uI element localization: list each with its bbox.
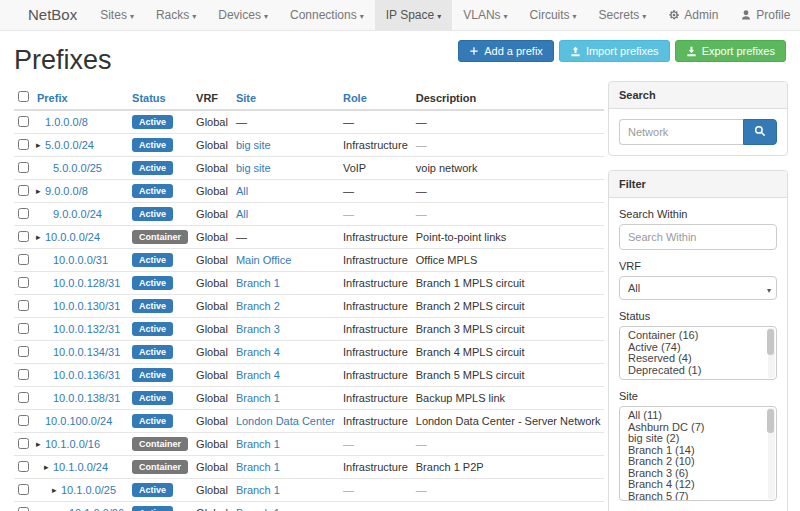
prefix-link[interactable]: 9.0.0.0/8 (45, 185, 88, 197)
prefix-link[interactable]: 10.0.100.0/24 (45, 415, 112, 427)
site-cell: Branch 1 (232, 272, 339, 295)
site-link[interactable]: Branch 4 (236, 346, 280, 358)
row-checkbox[interactable] (18, 507, 29, 511)
row-checkbox[interactable] (18, 415, 29, 426)
prefix-link[interactable]: 10.0.0.136/31 (53, 369, 120, 381)
filter-option[interactable]: Branch 4 (12) (620, 479, 776, 491)
site-link[interactable]: Branch 2 (236, 300, 280, 312)
site-link[interactable]: Branch 1 (236, 484, 280, 496)
status-filter-list[interactable]: Container (16)Active (74)Reserved (4)Dep… (619, 326, 777, 380)
site-link[interactable]: Main Office (236, 254, 291, 266)
row-checkbox[interactable] (18, 484, 29, 495)
filter-option[interactable]: Deprecated (1) (620, 365, 776, 377)
prefix-link[interactable]: 10.0.0.132/31 (53, 323, 120, 335)
site-link[interactable]: big site (236, 162, 271, 174)
site-link[interactable]: Branch 1 (236, 277, 280, 289)
prefix-link[interactable]: 9.0.0.0/24 (53, 208, 102, 220)
row-checkbox[interactable] (18, 346, 29, 357)
site-link[interactable]: Branch 1 (236, 461, 280, 473)
vrf-cell: Global (192, 456, 232, 479)
filter-option[interactable]: All (11) (620, 410, 776, 422)
row-checkbox[interactable] (18, 277, 29, 288)
row-checkbox[interactable] (18, 116, 29, 127)
tree-indent (45, 309, 53, 310)
sort-status-header[interactable]: Status (132, 92, 166, 104)
scrollbar-thumb[interactable] (767, 329, 774, 355)
prefix-link[interactable]: 10.0.0.128/31 (53, 277, 120, 289)
site-link[interactable]: Branch 1 (236, 438, 280, 450)
vrf-cell: Global (192, 134, 232, 157)
prefix-link[interactable]: 10.1.0.0/26 (69, 507, 124, 511)
select-all-checkbox[interactable] (18, 91, 29, 102)
sort-site-header[interactable]: Site (236, 92, 256, 104)
row-checkbox[interactable] (18, 461, 29, 472)
site-cell: London Data Center (232, 410, 339, 433)
export-prefixes-button[interactable]: Export prefixes (675, 40, 786, 62)
filter-option[interactable]: Branch 2 (10) (620, 456, 776, 468)
site-link[interactable]: London Data Center (236, 415, 335, 427)
site-link[interactable]: Branch 4 (236, 369, 280, 381)
scrollbar-track[interactable] (768, 408, 775, 499)
sort-prefix-header[interactable]: Prefix (37, 92, 68, 104)
prefix-link[interactable]: 10.1.0.0/24 (53, 461, 108, 473)
prefix-link[interactable]: 10.0.0.0/24 (45, 231, 100, 243)
vrf-cell: Global (192, 180, 232, 203)
prefix-link[interactable]: 5.0.0.0/24 (45, 139, 94, 151)
prefix-link[interactable]: 10.1.0.0/16 (45, 438, 100, 450)
row-checkbox[interactable] (18, 139, 29, 150)
search-button[interactable] (743, 119, 777, 145)
filter-option[interactable]: Branch 5 (7) (620, 491, 776, 502)
profile-link[interactable]: Profile (729, 0, 800, 30)
nav-item-sites[interactable]: Sites▾ (89, 0, 145, 30)
prefix-link[interactable]: 10.0.0.138/31 (53, 392, 120, 404)
scrollbar-thumb[interactable] (767, 409, 774, 433)
row-checkbox[interactable] (18, 162, 29, 173)
admin-link[interactable]: Admin (657, 0, 729, 30)
table-row: 10.0.0.130/31 Active Global Branch 2 Inf… (14, 295, 604, 318)
row-checkbox[interactable] (18, 300, 29, 311)
expand-arrow-icon: ▸ (36, 186, 45, 196)
filter-option[interactable]: big site (2) (620, 433, 776, 445)
site-link[interactable]: Branch 1 (236, 507, 280, 511)
vrf-select[interactable]: All ▾ (619, 276, 777, 300)
row-checkbox[interactable] (18, 185, 29, 196)
nav-item-devices[interactable]: Devices▾ (207, 0, 279, 30)
prefix-link[interactable]: 5.0.0.0/25 (53, 162, 102, 174)
site-link[interactable]: Branch 1 (236, 392, 280, 404)
prefix-link[interactable]: 10.0.0.134/31 (53, 346, 120, 358)
site-link[interactable]: All (236, 185, 248, 197)
nav-item-ip-space[interactable]: IP Space▾ (375, 0, 453, 30)
row-checkbox[interactable] (18, 369, 29, 380)
site-filter-list[interactable]: All (11)Ashburn DC (7)big site (2)Branch… (619, 406, 777, 501)
site-link[interactable]: Branch 3 (236, 323, 280, 335)
prefix-link[interactable]: 10.0.0.130/31 (53, 300, 120, 312)
nav-item-vlans[interactable]: VLANs▾ (452, 0, 518, 30)
scrollbar-track[interactable] (768, 328, 775, 378)
filter-option[interactable]: Reserved (4) (620, 353, 776, 365)
site-link[interactable]: All (236, 208, 248, 220)
sort-role-header[interactable]: Role (343, 92, 367, 104)
nav-item-racks[interactable]: Racks▾ (145, 0, 207, 30)
prefix-link[interactable]: 10.1.0.0/25 (61, 484, 116, 496)
prefix-link[interactable]: 10.0.0.0/31 (53, 254, 108, 266)
row-checkbox[interactable] (18, 208, 29, 219)
row-checkbox[interactable] (18, 438, 29, 449)
nav-item-connections[interactable]: Connections▾ (279, 0, 375, 30)
prefix-link[interactable]: 1.0.0.0/8 (45, 116, 88, 128)
nav-item-secrets[interactable]: Secrets▾ (588, 0, 658, 30)
nav-item-circuits[interactable]: Circuits▾ (519, 0, 588, 30)
add-prefix-button[interactable]: Add a prefix (458, 40, 554, 62)
status-badge: Active (132, 161, 173, 175)
search-within-input[interactable] (619, 224, 777, 250)
expand-arrow-icon: ▸ (52, 485, 61, 495)
row-checkbox[interactable] (18, 254, 29, 265)
site-link[interactable]: big site (236, 139, 271, 151)
row-checkbox[interactable] (18, 392, 29, 403)
search-input[interactable] (619, 119, 743, 145)
admin-label: Admin (684, 0, 718, 30)
import-prefixes-button[interactable]: Import prefixes (559, 40, 670, 62)
row-checkbox[interactable] (18, 323, 29, 334)
filter-option[interactable]: Container (16) (620, 330, 776, 342)
brand-logo[interactable]: NetBox (0, 0, 89, 30)
row-checkbox[interactable] (18, 231, 29, 242)
